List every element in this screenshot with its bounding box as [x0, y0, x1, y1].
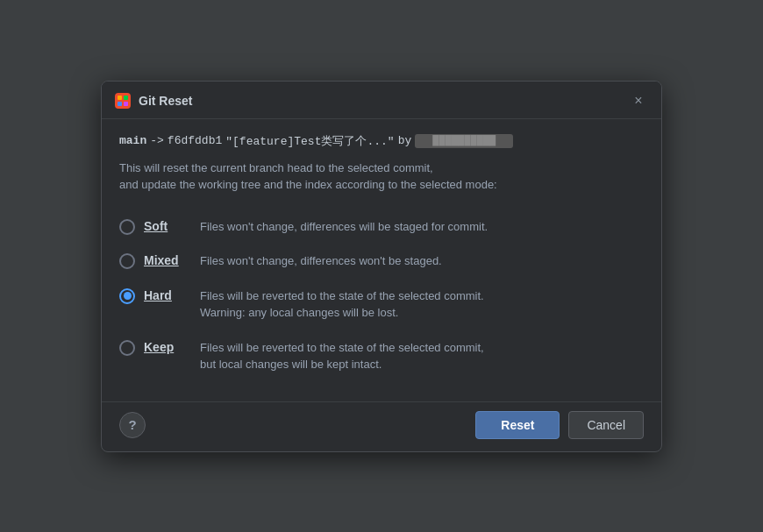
commit-author: ██████████ — [415, 134, 513, 148]
radio-soft[interactable] — [119, 219, 135, 235]
svg-rect-2 — [124, 96, 128, 100]
option-label-soft: Soft — [144, 219, 191, 233]
radio-keep[interactable] — [119, 340, 135, 356]
option-desc-mixed: Files won't change, differences won't be… — [200, 252, 644, 270]
svg-rect-4 — [124, 102, 128, 106]
help-button[interactable]: ? — [119, 412, 146, 438]
options-list: Soft Files won't change, differences wil… — [119, 209, 644, 382]
app-icon — [114, 92, 132, 110]
option-soft[interactable]: Soft Files won't change, differences wil… — [119, 209, 644, 245]
option-desc-hard: Files will be reverted to the state of t… — [200, 287, 644, 322]
option-desc-soft: Files won't change, differences will be … — [200, 218, 644, 236]
option-keep[interactable]: Keep Files will be reverted to the state… — [119, 330, 644, 382]
option-label-hard: Hard — [144, 288, 191, 302]
dialog-title: Git Reset — [139, 94, 192, 108]
option-desc-keep: Files will be reverted to the state of t… — [200, 339, 644, 373]
commit-by: by — [398, 134, 412, 147]
close-button[interactable]: × — [628, 90, 649, 111]
commit-message: "[feature]Test类写了个..." — [225, 133, 394, 149]
dialog-body: main -> f6dfddb1 "[feature]Test类写了个..." … — [102, 119, 661, 401]
reset-button[interactable]: Reset — [475, 411, 560, 439]
radio-hard-inner — [124, 292, 132, 300]
option-label-keep: Keep — [144, 340, 191, 354]
commit-branch: main — [119, 134, 146, 147]
commit-hash: f6dfddb1 — [168, 134, 222, 147]
title-bar-left: Git Reset — [114, 92, 192, 110]
svg-rect-0 — [115, 93, 131, 109]
git-reset-dialog: Git Reset × main -> f6dfddb1 "[feature]T… — [101, 81, 662, 452]
title-bar: Git Reset × — [102, 82, 661, 119]
svg-rect-1 — [118, 96, 122, 100]
dialog-footer: ? Reset Cancel — [102, 401, 661, 451]
option-label-mixed: Mixed — [144, 253, 191, 267]
footer-actions: Reset Cancel — [475, 411, 644, 439]
description-text: This will reset the current branch head … — [119, 160, 644, 194]
commit-arrow: -> — [150, 134, 164, 147]
cancel-button[interactable]: Cancel — [568, 411, 644, 439]
option-hard[interactable]: Hard Files will be reverted to the state… — [119, 279, 644, 330]
svg-rect-3 — [118, 102, 122, 106]
commit-info: main -> f6dfddb1 "[feature]Test类写了个..." … — [119, 133, 644, 149]
radio-hard[interactable] — [119, 288, 135, 304]
option-mixed[interactable]: Mixed Files won't change, differences wo… — [119, 244, 644, 279]
radio-mixed[interactable] — [119, 253, 135, 269]
